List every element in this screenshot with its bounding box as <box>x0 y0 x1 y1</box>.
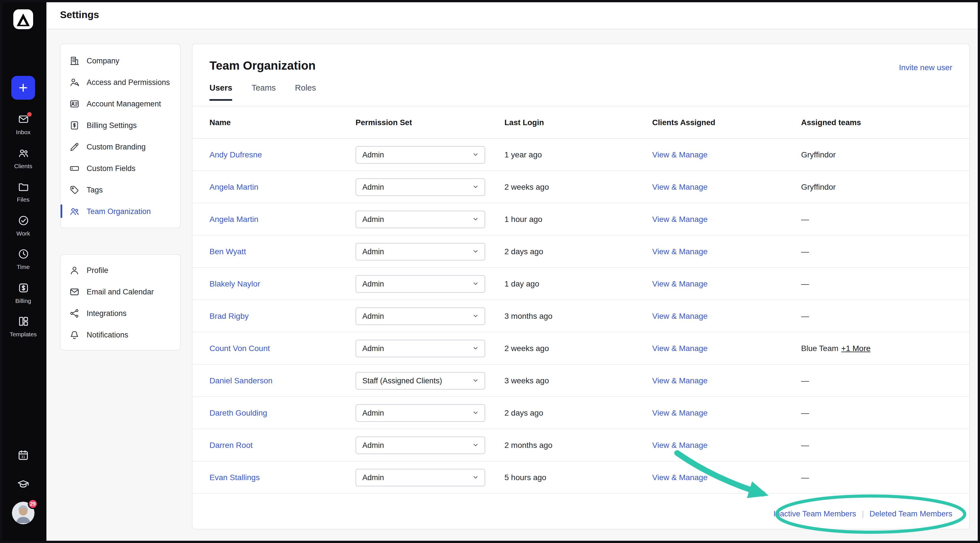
view-manage-link[interactable]: View & Manage <box>652 182 708 191</box>
tab-teams[interactable]: Teams <box>251 83 276 101</box>
permission-cell: Admin <box>356 146 504 163</box>
permission-select[interactable]: Admin <box>356 275 485 293</box>
deleted-team-members-link[interactable]: Deleted Team Members <box>870 510 952 518</box>
rail-item-clients[interactable]: Clients <box>0 147 46 169</box>
permission-cell: Admin <box>356 178 504 196</box>
settings-nav-item-email-and-calendar[interactable]: Email and Calendar <box>60 281 180 303</box>
rail-item-work[interactable]: Work <box>0 215 46 237</box>
view-manage-link[interactable]: View & Manage <box>652 279 708 288</box>
chevron-down-icon <box>472 312 479 320</box>
settings-nav-item-team-organization[interactable]: Team Organization <box>60 201 180 222</box>
last-login-cell: 3 months ago <box>504 311 652 320</box>
rail-item-files[interactable]: Files <box>0 181 46 203</box>
settings-nav-item-tags[interactable]: Tags <box>60 179 180 201</box>
permission-select[interactable]: Admin <box>356 404 485 422</box>
table-row: Blakely Naylor Admin 1 day ago View & Ma… <box>192 268 969 300</box>
user-name-link[interactable]: Darren Root <box>210 441 253 449</box>
user-name-link[interactable]: Daniel Sanderson <box>210 376 273 385</box>
assigned-teams-cell: Gryffindor <box>801 150 952 159</box>
settings-nav-item-access-and-permissions[interactable]: Access and Permissions <box>60 71 180 93</box>
learning-button[interactable] <box>17 478 29 490</box>
permission-select[interactable]: Admin <box>356 178 485 196</box>
canopy-logo-icon[interactable] <box>11 7 35 31</box>
user-name-link[interactable]: Brad Rigby <box>210 311 249 320</box>
global-create-button[interactable] <box>11 76 35 100</box>
clients-cell: View & Manage <box>652 150 801 159</box>
permission-select-value: Admin <box>362 409 384 417</box>
calendar-icon <box>17 449 29 462</box>
view-manage-link[interactable]: View & Manage <box>652 215 708 224</box>
user-name-link[interactable]: Angela Martin <box>210 182 258 191</box>
assigned-teams-cell: Gryffindor <box>801 182 952 191</box>
user-name-link[interactable]: Angela Martin <box>210 215 258 224</box>
assigned-teams-cell: — <box>801 215 952 224</box>
user-name-link[interactable]: Ben Wyatt <box>210 247 246 256</box>
permission-select[interactable]: Admin <box>356 339 485 357</box>
settings-nav-item-account-management[interactable]: Account Management <box>60 93 180 115</box>
settings-nav-item-billing-settings[interactable]: Billing Settings <box>60 115 180 136</box>
team-name: Blue Team <box>801 344 838 353</box>
inactive-team-members-link[interactable]: Inactive Team Members <box>773 510 856 518</box>
permission-select[interactable]: Admin <box>356 307 485 325</box>
user-name-link[interactable]: Blakely Naylor <box>210 279 260 288</box>
user-name-link[interactable]: Dareth Goulding <box>210 408 267 417</box>
view-manage-link[interactable]: View & Manage <box>652 441 708 449</box>
table-row: Darren Root Admin 2 months ago View & Ma… <box>192 429 969 462</box>
view-manage-link[interactable]: View & Manage <box>652 344 708 353</box>
chevron-down-icon <box>472 247 479 255</box>
permission-select[interactable]: Admin <box>356 210 485 228</box>
settings-nav-item-integrations[interactable]: Integrations <box>60 303 180 324</box>
view-manage-link[interactable]: View & Manage <box>652 376 708 385</box>
permission-cell: Admin <box>356 339 504 357</box>
settings-nav-item-company[interactable]: Company <box>60 50 180 71</box>
last-login-cell: 2 days ago <box>504 247 652 256</box>
team-organization-card: Team Organization Invite new user Users … <box>192 44 970 529</box>
chevron-down-icon <box>472 441 479 449</box>
clients-cell: View & Manage <box>652 441 801 449</box>
tab-roles[interactable]: Roles <box>295 83 316 101</box>
rail-item-templates[interactable]: Templates <box>0 315 46 338</box>
permission-select[interactable]: Admin <box>356 146 485 163</box>
invite-new-user-link[interactable]: Invite new user <box>899 63 952 72</box>
clients-cell: View & Manage <box>652 376 801 385</box>
rail-item-billing[interactable]: Billing <box>0 282 46 304</box>
permission-select-value: Admin <box>362 279 384 288</box>
view-manage-link[interactable]: View & Manage <box>652 150 708 159</box>
calendar-button[interactable] <box>17 449 29 462</box>
user-name-link[interactable]: Evan Stallings <box>210 473 259 482</box>
view-manage-link[interactable]: View & Manage <box>652 311 708 320</box>
settings-nav-item-custom-branding[interactable]: Custom Branding <box>60 136 180 158</box>
settings-nav-item-label: Access and Permissions <box>87 78 170 86</box>
last-login-cell: 2 days ago <box>504 408 652 417</box>
permission-select[interactable]: Admin <box>356 468 485 486</box>
content-area: CompanyAccess and PermissionsAccount Man… <box>46 29 980 543</box>
permission-select[interactable]: Admin <box>356 243 485 260</box>
view-manage-link[interactable]: View & Manage <box>652 408 708 417</box>
column-header-assigned-teams: Assigned teams <box>801 118 952 127</box>
view-manage-link[interactable]: View & Manage <box>652 473 708 482</box>
assigned-teams-cell: Blue Team+1 More <box>801 344 952 353</box>
more-teams-link[interactable]: +1 More <box>841 344 871 353</box>
clients-cell: View & Manage <box>652 279 801 288</box>
clients-cell: View & Manage <box>652 408 801 417</box>
settings-nav-item-label: Company <box>87 56 119 65</box>
user-avatar[interactable]: 29 <box>12 502 35 524</box>
user-name-link[interactable]: Count Von Count <box>210 344 270 353</box>
permission-select[interactable]: Admin <box>356 436 485 454</box>
tab-users[interactable]: Users <box>210 83 232 101</box>
settings-nav-item-custom-fields[interactable]: Custom Fields <box>60 158 180 179</box>
user-name-link[interactable]: Andy Dufresne <box>210 150 262 159</box>
view-manage-link[interactable]: View & Manage <box>652 247 708 256</box>
chevron-down-icon <box>472 409 479 417</box>
name-cell: Ben Wyatt <box>210 247 356 256</box>
settings-nav-item-notifications[interactable]: Notifications <box>60 324 180 346</box>
settings-nav-item-profile[interactable]: Profile <box>60 260 180 281</box>
rail-item-label: Inbox <box>0 129 46 135</box>
settings-nav-group-1: CompanyAccess and PermissionsAccount Man… <box>60 44 181 228</box>
permission-select-value: Admin <box>362 183 384 191</box>
clients-cell: View & Manage <box>652 182 801 191</box>
rail-item-inbox[interactable]: Inbox <box>0 113 46 135</box>
permission-select[interactable]: Staff (Assigned Clients) <box>356 372 485 389</box>
rail-item-time[interactable]: Time <box>0 248 46 270</box>
assigned-teams-cell: — <box>801 247 952 256</box>
